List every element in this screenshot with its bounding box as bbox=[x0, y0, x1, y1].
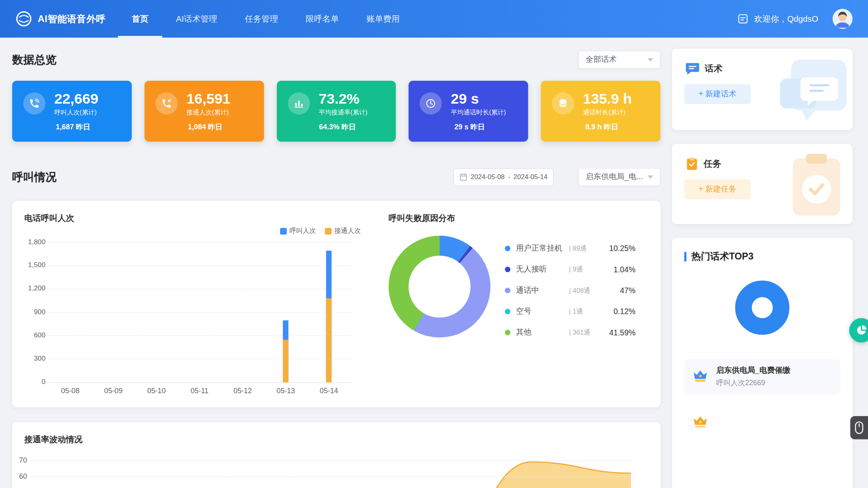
legend-dot bbox=[505, 246, 510, 251]
stat-yesterday: 29 s 昨日 bbox=[420, 122, 520, 132]
bar-plot-area: 03006009001,2001,5001,80005-0805-0905-10… bbox=[49, 242, 350, 382]
chat-bubble-icon bbox=[685, 62, 700, 75]
calendar-icon bbox=[460, 173, 467, 181]
stat-label: 呼叫人次(累计) bbox=[54, 108, 98, 116]
task-filter-select[interactable]: 启东供电局_电... bbox=[579, 168, 661, 186]
stat-label: 接通人次(累计) bbox=[186, 108, 231, 116]
nav-item-scripts[interactable]: AI话术管理 bbox=[162, 0, 231, 38]
stat-label: 平均通话时长(累计) bbox=[451, 108, 506, 116]
bar-x-tick: 05-12 bbox=[226, 387, 260, 395]
crown-rank1-icon bbox=[692, 368, 708, 386]
bar-y-tick: 600 bbox=[25, 331, 45, 339]
bar-y-tick: 0 bbox=[25, 378, 45, 386]
stat-label: 平均接通率(累计) bbox=[319, 108, 367, 116]
legend-percent: 10.25% bbox=[609, 244, 635, 253]
task-card: 任务 + 新建任务 bbox=[672, 144, 852, 224]
stat-value: 73.2% bbox=[319, 91, 367, 106]
donut-chart-title: 呼叫失败原因分布 bbox=[389, 213, 648, 223]
stat-card-connected-calls: 16,591 接通人次(累计) 1,084 昨日 bbox=[144, 81, 264, 142]
mouse-icon bbox=[855, 421, 864, 434]
chevron-down-icon bbox=[648, 176, 653, 179]
brand-title: AI智能语音外呼 bbox=[38, 12, 106, 25]
legend-dot bbox=[505, 267, 510, 272]
stat-value: 29 s bbox=[451, 91, 506, 106]
stat-card-total-calls: 22,669 呼叫人次(累计) 1,687 昨日 bbox=[12, 81, 131, 142]
top3-title: 热门话术TOP3 bbox=[692, 250, 753, 263]
date-start: 2024-05-08 bbox=[471, 173, 505, 181]
date-range-picker[interactable]: 2024-05-08 - 2024-05-14 bbox=[454, 168, 554, 186]
pie-chart-icon bbox=[855, 324, 867, 336]
bar-gridline bbox=[49, 335, 350, 336]
rate-gridline bbox=[31, 476, 631, 476]
bar-gridline bbox=[49, 242, 350, 243]
legend-percent: 47% bbox=[620, 286, 636, 295]
legend-label: 空号 bbox=[516, 306, 569, 316]
calls-header: 呼叫情况 2024-05-08 - 2024-05-14 启东供电局_电... bbox=[12, 166, 660, 188]
clipboard-icon bbox=[685, 157, 698, 170]
legend-item-calls[interactable]: 呼叫人次 bbox=[280, 226, 316, 235]
top3-card: 热门话术TOP3 启东供电局_电费催缴 呼叫人次22669 bbox=[672, 238, 852, 488]
legend-row: 无人接听 | 9通 1.04% bbox=[505, 259, 635, 280]
legend-count: | 361通 bbox=[569, 328, 602, 337]
top3-item-stat: 呼叫人次22669 bbox=[717, 378, 790, 388]
nav-item-billing[interactable]: 账单费用 bbox=[353, 0, 414, 38]
script-card-title: 话术 bbox=[705, 63, 723, 74]
bar-gridline bbox=[49, 312, 350, 312]
dashboard-page: AI智能语音外呼 首页 AI话术管理 任务管理 限呼名单 账单费用 欢迎你，Qd… bbox=[0, 0, 868, 488]
coins-icon bbox=[552, 92, 574, 114]
clock-icon bbox=[420, 92, 442, 114]
rate-gridline bbox=[31, 460, 631, 460]
top3-item-1[interactable]: 启东供电局_电费催缴 呼叫人次22669 bbox=[684, 359, 840, 394]
stat-yesterday: 8.9 h 昨日 bbox=[552, 122, 652, 132]
new-task-button[interactable]: + 新建任务 bbox=[684, 179, 751, 199]
title-accent-bar bbox=[684, 251, 687, 261]
legend-count: | 9通 bbox=[569, 265, 602, 274]
top3-donut-chart bbox=[735, 280, 789, 335]
chevron-down-icon bbox=[648, 58, 653, 61]
stat-card-total-duration: 135.9 h 通话时长(累计) 8.9 h 昨日 bbox=[541, 81, 660, 142]
legend-item-connected[interactable]: 接通人次 bbox=[325, 226, 361, 235]
top3-item-2[interactable] bbox=[684, 406, 840, 439]
bar-x-tick: 05-09 bbox=[97, 387, 130, 395]
bar-gridline bbox=[49, 289, 350, 289]
legend-row: 通话中 | 408通 47% bbox=[505, 280, 635, 301]
user-avatar[interactable] bbox=[833, 9, 853, 29]
crown-rank2-icon bbox=[692, 413, 708, 432]
date-end: 2024-05-14 bbox=[514, 173, 548, 181]
bar-y-tick: 1,500 bbox=[25, 261, 45, 269]
feedback-icon[interactable] bbox=[737, 13, 749, 25]
rate-plot-area: 706050 bbox=[31, 444, 631, 488]
stat-value: 135.9 h bbox=[583, 91, 632, 106]
legend-dot bbox=[505, 330, 510, 335]
legend-percent: 1.04% bbox=[614, 265, 636, 274]
stat-value: 22,669 bbox=[54, 91, 98, 106]
legend-label: 其他 bbox=[516, 328, 569, 338]
call-bar-chart: 电话呼叫人次 呼叫人次 接通人次 03006009001,2001,5001,8… bbox=[25, 213, 361, 395]
legend-count: | 408通 bbox=[569, 286, 602, 295]
top-navbar: AI智能语音外呼 首页 AI话术管理 任务管理 限呼名单 账单费用 欢迎你，Qd… bbox=[0, 0, 868, 38]
call-charts-card: 电话呼叫人次 呼叫人次 接通人次 03006009001,2001,5001,8… bbox=[12, 201, 660, 407]
legend-percent: 41.59% bbox=[609, 328, 635, 337]
stat-yesterday: 64.3% 昨日 bbox=[288, 122, 387, 132]
script-filter-select[interactable]: 全部话术 bbox=[579, 51, 661, 69]
script-filter-value: 全部话术 bbox=[585, 55, 644, 65]
nav-item-blocklist[interactable]: 限呼名单 bbox=[292, 0, 353, 38]
phone-outgoing-icon bbox=[23, 92, 45, 114]
floating-mouse-button[interactable] bbox=[850, 416, 868, 439]
stat-yesterday: 1,084 昨日 bbox=[156, 122, 255, 132]
fail-reason-chart: 呼叫失败原因分布 用户正常挂机 | 89通 10.25% bbox=[389, 213, 648, 395]
calls-title: 呼叫情况 bbox=[12, 169, 56, 184]
overview-header: 数据总览 全部话术 bbox=[12, 49, 660, 71]
legend-percent: 0.12% bbox=[614, 307, 636, 316]
new-script-button[interactable]: + 新建话术 bbox=[684, 84, 751, 104]
nav-item-home[interactable]: 首页 bbox=[118, 0, 162, 38]
stat-value: 16,591 bbox=[186, 91, 231, 106]
bar-gridline bbox=[49, 359, 350, 359]
bar-gridline bbox=[49, 382, 350, 382]
rate-y-tick: 70 bbox=[14, 456, 27, 464]
bar-y-tick: 300 bbox=[25, 355, 45, 362]
nav-item-tasks[interactable]: 任务管理 bbox=[231, 0, 292, 38]
page-content: 数据总览 全部话术 22,669 呼 bbox=[0, 38, 868, 488]
stat-label: 通话时长(累计) bbox=[583, 108, 632, 116]
task-filter-value: 启东供电局_电... bbox=[585, 172, 644, 182]
